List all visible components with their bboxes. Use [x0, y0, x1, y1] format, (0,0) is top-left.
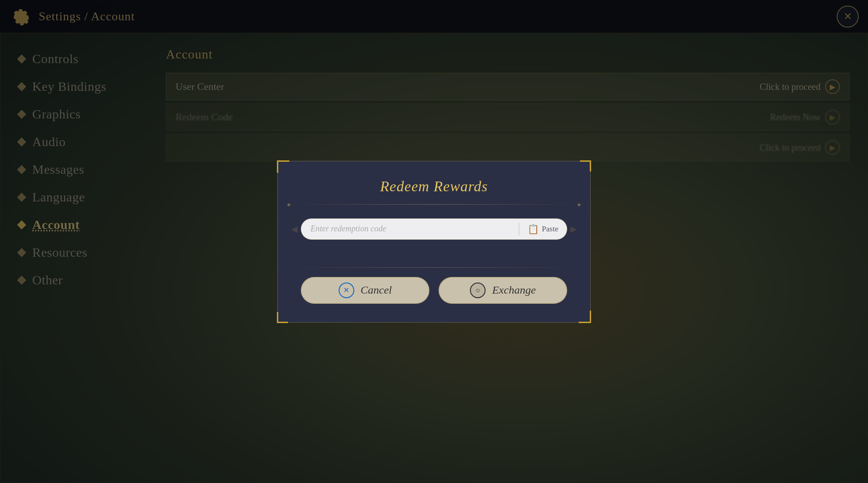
modal-footer: ✕ Cancel ○ Exchange [278, 277, 590, 322]
modal-backdrop: Redeem Rewards ◀ 📋 Paste ▶ ✕ Cancel [0, 0, 868, 483]
paste-button[interactable]: 📋 Paste [523, 221, 563, 237]
row-arrow-left-icon: ◀ [291, 224, 298, 234]
redemption-code-input[interactable] [311, 224, 515, 234]
redemption-input-row: ◀ 📋 Paste ▶ [301, 218, 567, 240]
row-arrow-right-icon: ▶ [570, 224, 577, 234]
modal-footer-divider [292, 267, 576, 268]
exchange-o-icon: ○ [470, 283, 486, 298]
cancel-x-icon: ✕ [339, 283, 354, 298]
modal-header: Redeem Rewards [278, 161, 590, 204]
redeem-rewards-modal: Redeem Rewards ◀ 📋 Paste ▶ ✕ Cancel [277, 161, 591, 323]
modal-body: ◀ 📋 Paste ▶ [278, 205, 590, 258]
modal-header-divider [292, 204, 576, 205]
modal-title: Redeem Rewards [287, 178, 581, 195]
cancel-label: Cancel [361, 284, 392, 296]
input-divider [519, 223, 519, 236]
exchange-button[interactable]: ○ Exchange [439, 277, 567, 304]
exchange-label: Exchange [492, 284, 536, 296]
paste-label: Paste [542, 224, 558, 234]
paste-icon: 📋 [528, 224, 539, 235]
corner-ornament-bl [277, 312, 288, 323]
cancel-button[interactable]: ✕ Cancel [301, 277, 429, 304]
